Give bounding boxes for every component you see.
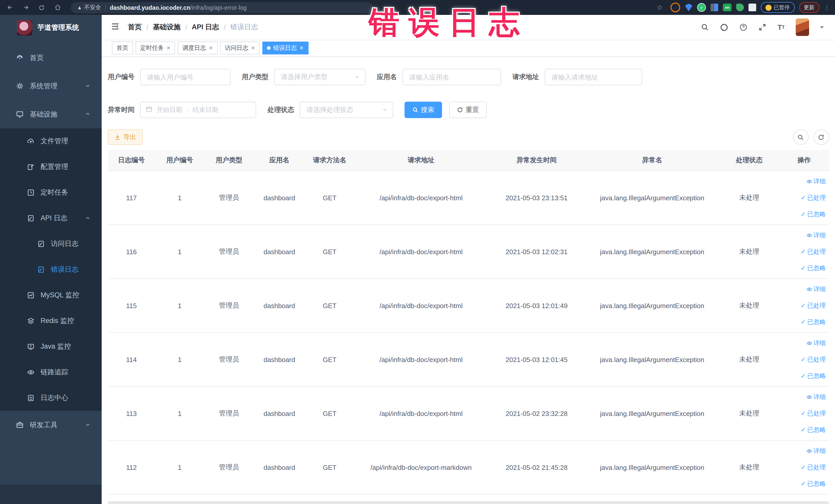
mark-ignored-link[interactable]: ✓已忽略 [801, 264, 826, 273]
reset-button[interactable]: 重置 [449, 102, 487, 118]
mark-ignored-link[interactable]: ✓已忽略 [801, 318, 826, 326]
check-icon: ✓ [801, 480, 806, 487]
github-icon[interactable] [720, 23, 729, 32]
download-icon [115, 134, 121, 140]
extension-on-toggle-icon[interactable]: on [723, 4, 732, 11]
exception-time-range-picker[interactable]: 开始日期 - 结束日期 [140, 102, 256, 118]
detail-link[interactable]: 详细 [806, 231, 826, 240]
mark-ignored-link[interactable]: ✓已忽略 [801, 425, 826, 434]
sidebar-item-home[interactable]: 首页 [0, 44, 102, 72]
mark-processed-link[interactable]: ✓已处理 [801, 355, 826, 364]
search-icon[interactable] [701, 23, 709, 31]
cell-app-name: dashboard [253, 279, 305, 332]
ignored-label: 已忽略 [807, 425, 826, 434]
tab-home[interactable]: 首页 [112, 42, 133, 55]
table-row: 116 1 管理员 dashboard GET /api/infra/db-do… [108, 225, 829, 279]
top-navbar: 首页 / 基础设施 / API 日志 / 错误日志 TT [102, 15, 835, 40]
export-button[interactable]: 导出 [108, 129, 143, 145]
extension-leaf-icon[interactable] [736, 4, 744, 11]
breadcrumb-infra[interactable]: 基础设施 [153, 23, 181, 32]
process-status-select[interactable]: 请选择处理状态 [300, 102, 393, 118]
sidebar-item-api-log[interactable]: API 日志 [0, 205, 102, 231]
user-id-input[interactable] [140, 69, 230, 85]
browser-update-button[interactable]: 更新 [799, 2, 819, 13]
sidebar-item-scheduled-jobs[interactable]: 定时任务 [0, 180, 102, 205]
browser-menu-icon[interactable]: ⋮ [824, 4, 830, 11]
close-icon[interactable]: ✕ [299, 45, 304, 51]
user-avatar[interactable] [795, 19, 809, 36]
close-icon[interactable]: ✕ [209, 45, 213, 51]
detail-link[interactable]: 详细 [806, 392, 826, 401]
sidebar-item-file-management[interactable]: 文件管理 [0, 128, 102, 154]
extension-grid-icon[interactable] [711, 4, 718, 11]
sidebar-item-config-management[interactable]: 配置管理 [0, 154, 102, 180]
breadcrumb-api-log[interactable]: API 日志 [192, 23, 219, 32]
mark-ignored-link[interactable]: ✓已忽略 [801, 371, 826, 380]
sidebar-item-infra[interactable]: 基础设施 [0, 100, 102, 128]
mark-processed-link[interactable]: ✓已处理 [801, 409, 826, 418]
sidebar-item-mysql-monitor[interactable]: MySQL 监控 [0, 282, 102, 308]
sidebar-item-access-log[interactable]: 访问日志 [0, 231, 102, 257]
sidebar-item-system[interactable]: 系统管理 [0, 72, 102, 100]
detail-link[interactable]: 详细 [806, 339, 826, 347]
horizontal-scrollbar[interactable] [108, 501, 829, 504]
tab-schedule-log[interactable]: 调度日志✕ [178, 42, 218, 55]
sidebar-label-dev-tools: 研发工具 [30, 420, 58, 429]
sidebar-item-trace[interactable]: 链路追踪 [0, 360, 102, 385]
font-size-icon[interactable]: TT [777, 23, 785, 31]
browser-forward-icon[interactable] [20, 2, 32, 13]
mark-processed-link[interactable]: ✓已处理 [801, 301, 826, 310]
detail-link[interactable]: 详细 [806, 285, 826, 294]
sidebar-item-java-monitor[interactable]: Java 监控 [0, 334, 102, 360]
close-icon[interactable]: ✕ [166, 45, 171, 51]
profile-paused-badge[interactable]: 已暂停 [761, 2, 794, 13]
sidebar-item-redis-monitor[interactable]: Redis 监控 [0, 308, 102, 334]
table-row: 117 1 管理员 dashboard GET /api/infra/db-do… [108, 171, 829, 225]
app-logo-row[interactable]: 芋道管理系统 [0, 15, 102, 41]
browser-home-icon[interactable] [51, 2, 64, 13]
briefcase-icon [15, 421, 24, 429]
tab-error-log[interactable]: 错误日志✕ [262, 42, 308, 55]
detail-link[interactable]: 详细 [806, 446, 826, 455]
hamburger-icon[interactable] [111, 22, 120, 33]
sidebar-item-dev-tools[interactable]: 研发工具 [0, 411, 102, 439]
user-type-label: 用户类型 [242, 73, 268, 82]
breadcrumb-home[interactable]: 首页 [128, 23, 142, 32]
user-type-select[interactable]: 请选择用户类型 [274, 69, 366, 85]
browser-reload-icon[interactable] [36, 2, 48, 13]
help-icon[interactable] [739, 23, 748, 31]
fullscreen-icon[interactable] [758, 23, 767, 31]
sidebar-item-log-center[interactable]: 日志中心 [0, 385, 102, 411]
close-icon[interactable]: ✕ [251, 45, 256, 51]
user-menu-caret-icon[interactable] [820, 26, 824, 28]
infra-submenu: 文件管理 配置管理 定时任务 API 日志 访问日志 错误日志 [0, 128, 102, 411]
sidebar-label-file: 文件管理 [41, 137, 68, 146]
detail-link[interactable]: 详细 [806, 177, 826, 186]
extension-blue-shield-icon[interactable] [685, 4, 693, 11]
breadcrumb-separator: / [146, 23, 148, 31]
extension-orange-icon[interactable] [670, 3, 680, 12]
sidebar-item-error-log[interactable]: 错误日志 [0, 257, 102, 282]
check-icon: ✓ [801, 464, 806, 471]
mark-ignored-link[interactable]: ✓已忽略 [801, 479, 826, 488]
tab-scheduled-jobs[interactable]: 定时任务✕ [136, 42, 175, 55]
refresh-table-icon[interactable] [813, 129, 829, 145]
cell-exception-name: java.lang.IllegalArgumentException [586, 332, 719, 386]
cell-app-name: dashboard [253, 225, 305, 279]
cell-log-id: 116 [108, 225, 155, 279]
app-name-input[interactable] [403, 69, 501, 85]
toggle-search-icon[interactable] [793, 129, 808, 145]
mark-processed-link[interactable]: ✓已处理 [801, 193, 826, 202]
mark-processed-link[interactable]: ✓已处理 [801, 463, 826, 472]
mark-processed-link[interactable]: ✓已处理 [801, 247, 826, 256]
browser-back-icon[interactable] [4, 2, 16, 13]
request-url-input[interactable] [545, 69, 642, 85]
extension-puzzle-icon[interactable] [749, 4, 756, 11]
tab-access-log[interactable]: 访问日志✕ [220, 42, 260, 55]
cell-process-status: 未处理 [719, 279, 779, 332]
address-bar[interactable]: ▲ 不安全 dashboard.yudao.iocoder.cn /infra/… [71, 2, 373, 13]
bookmark-star-icon[interactable]: ☆ [653, 2, 666, 13]
mark-ignored-link[interactable]: ✓已忽略 [801, 210, 826, 219]
extension-green-circle-icon[interactable]: y [697, 3, 706, 12]
search-button[interactable]: 搜索 [405, 102, 442, 118]
